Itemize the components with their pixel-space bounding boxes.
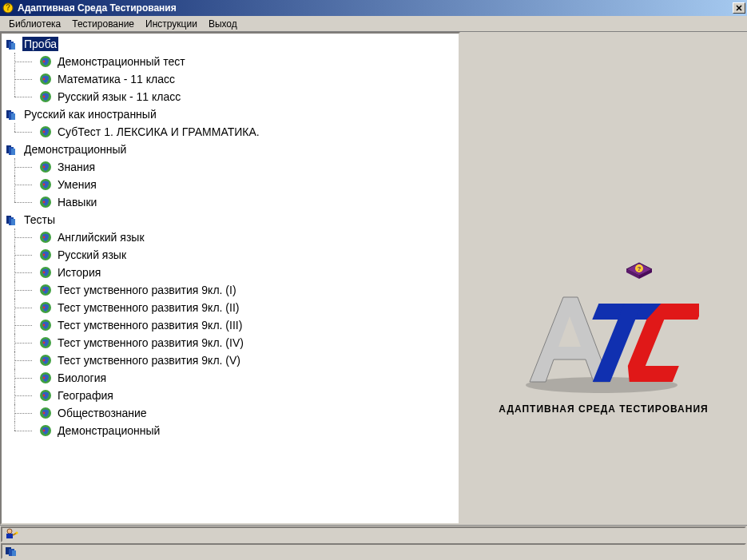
tree-leaf-label[interactable]: Обществознание bbox=[56, 406, 149, 420]
tree-leaf[interactable]: Тест умственного развития 9кл. (IV) bbox=[5, 334, 459, 351]
globe-icon bbox=[38, 353, 53, 367]
svg-point-51 bbox=[43, 430, 46, 432]
tree-connector bbox=[5, 334, 38, 351]
tree-folder[interactable]: Русский как иностранный bbox=[5, 105, 459, 123]
tree-leaf[interactable]: История bbox=[5, 264, 459, 281]
tree-leaf-label[interactable]: Русский язык bbox=[56, 248, 128, 262]
tree-leaf-label[interactable]: География bbox=[56, 388, 115, 403]
tree-folder-label[interactable]: Русский как иностранный bbox=[22, 107, 158, 121]
tree-leaf-label[interactable]: Тест умственного развития 9кл. (V) bbox=[56, 353, 242, 367]
tree-leaf[interactable]: География bbox=[5, 387, 459, 404]
tree-connector bbox=[5, 281, 38, 299]
tree-connector bbox=[5, 387, 38, 404]
tree-leaf[interactable]: Русский язык bbox=[5, 246, 459, 264]
tree-leaf[interactable]: Навыки bbox=[5, 193, 459, 211]
folder-icon bbox=[5, 212, 19, 227]
tree-leaf[interactable]: Тест умственного развития 9кл. (I) bbox=[5, 281, 459, 299]
tree-leaf-label[interactable]: Тест умственного развития 9кл. (II) bbox=[56, 300, 240, 315]
tree-leaf[interactable]: СубТест 1. ЛЕКСИКА И ГРАММАТИКА. bbox=[5, 123, 459, 141]
menu-instructions[interactable]: Инструкции bbox=[140, 17, 203, 31]
tree-folder-label[interactable]: Тесты bbox=[22, 212, 57, 227]
svg-point-6 bbox=[43, 61, 46, 63]
svg-point-45 bbox=[43, 377, 46, 379]
svg-point-22 bbox=[43, 184, 46, 186]
tree-connector bbox=[5, 264, 38, 281]
globe-icon bbox=[38, 336, 53, 350]
tree-leaf[interactable]: Тест умственного развития 9кл. (III) bbox=[5, 316, 459, 334]
tree-leaf[interactable]: Демонстрационный bbox=[5, 422, 459, 439]
tree-leaf-label[interactable]: Навыки bbox=[56, 195, 98, 209]
tree-folder[interactable]: Тесты bbox=[5, 211, 459, 228]
tree-folder-label[interactable]: Демонстрационный bbox=[22, 142, 128, 157]
folder-icon bbox=[5, 37, 19, 51]
globe-icon bbox=[38, 54, 53, 69]
app-question-icon: ? bbox=[2, 2, 14, 14]
logo-graphic bbox=[507, 292, 699, 399]
tree-leaf-label[interactable]: Биология bbox=[56, 371, 108, 385]
svg-text:?: ? bbox=[638, 265, 642, 272]
tree-connector bbox=[5, 369, 38, 387]
tree-leaf-label[interactable]: СубТест 1. ЛЕКСИКА И ГРАММАТИКА. bbox=[56, 125, 261, 139]
menu-exit[interactable]: Выход bbox=[203, 17, 243, 31]
tree-leaf[interactable]: Математика - 11 класс bbox=[5, 70, 459, 88]
tree-leaf-label[interactable]: Математика - 11 класс bbox=[56, 72, 177, 86]
tree-folder[interactable]: Проба bbox=[5, 35, 459, 53]
svg-text:?: ? bbox=[6, 3, 10, 12]
svg-point-39 bbox=[43, 324, 46, 327]
svg-point-8 bbox=[43, 78, 46, 81]
tree-leaf-label[interactable]: Русский язык - 11 класс bbox=[56, 89, 182, 104]
svg-point-49 bbox=[43, 412, 46, 415]
tree-panel[interactable]: ПробаДемонстрационный тестМатематика - 1… bbox=[0, 32, 460, 525]
tree-leaf[interactable]: Тест умственного развития 9кл. (V) bbox=[5, 351, 459, 369]
svg-point-41 bbox=[43, 342, 46, 344]
tree-leaf-label[interactable]: Тест умственного развития 9кл. (I) bbox=[56, 283, 238, 297]
globe-icon bbox=[38, 195, 53, 209]
tree-connector bbox=[5, 246, 38, 264]
globe-icon bbox=[38, 72, 53, 86]
tree-leaf-label[interactable]: История bbox=[56, 265, 102, 280]
svg-rect-67 bbox=[12, 550, 16, 556]
svg-point-33 bbox=[43, 272, 46, 274]
tree-leaf-label[interactable]: Знания bbox=[56, 160, 97, 174]
tree-leaf-label[interactable]: Демонстрационный тест bbox=[56, 54, 187, 69]
tree-leaf-label[interactable]: Демонстрационный bbox=[56, 423, 161, 438]
tree-connector bbox=[5, 422, 38, 439]
svg-point-62 bbox=[7, 529, 12, 534]
tree-folder-label[interactable]: Проба bbox=[22, 37, 58, 51]
svg-point-29 bbox=[43, 236, 46, 239]
tree-leaf[interactable]: Обществознание bbox=[5, 404, 459, 422]
tree-leaf-label[interactable]: Тест умственного развития 9кл. (III) bbox=[56, 318, 244, 332]
tree-leaf-label[interactable]: Умения bbox=[56, 177, 98, 192]
tree-leaf-label[interactable]: Тест умственного развития 9кл. (IV) bbox=[56, 336, 245, 350]
menu-testing[interactable]: Тестирование bbox=[66, 17, 140, 31]
svg-point-31 bbox=[43, 254, 46, 256]
statusbar-1 bbox=[1, 526, 746, 542]
tree-connector bbox=[5, 70, 38, 88]
tree-connector bbox=[5, 123, 38, 141]
tree-connector bbox=[5, 158, 38, 176]
tree-leaf[interactable]: Английский язык bbox=[5, 228, 459, 246]
tree-leaf[interactable]: Умения bbox=[5, 176, 459, 193]
window-title: Адаптивная Среда Тестирования bbox=[18, 2, 733, 14]
tree-connector bbox=[5, 176, 38, 193]
tree-folder[interactable]: Демонстрационный bbox=[5, 141, 459, 158]
tree-leaf[interactable]: Тест умственного развития 9кл. (II) bbox=[5, 299, 459, 316]
menubar: Библиотека Тестирование Инструкции Выход bbox=[0, 16, 747, 32]
tree-connector bbox=[5, 299, 38, 316]
globe-icon bbox=[38, 300, 53, 315]
globe-icon bbox=[38, 160, 53, 174]
close-button[interactable] bbox=[733, 2, 745, 14]
tree-leaf-label[interactable]: Английский язык bbox=[56, 230, 146, 244]
globe-icon bbox=[38, 406, 53, 420]
globe-icon bbox=[38, 265, 53, 280]
menu-library[interactable]: Библиотека bbox=[3, 17, 66, 31]
globe-icon bbox=[38, 371, 53, 385]
tree-leaf[interactable]: Знания bbox=[5, 158, 459, 176]
globe-icon bbox=[38, 89, 53, 104]
right-panel: ? bbox=[460, 32, 747, 525]
svg-point-43 bbox=[43, 359, 46, 362]
tree-leaf[interactable]: Биология bbox=[5, 369, 459, 387]
tree-leaf[interactable]: Демонстрационный тест bbox=[5, 53, 459, 70]
tree-leaf[interactable]: Русский язык - 11 класс bbox=[5, 88, 459, 105]
folder-icon bbox=[5, 142, 19, 157]
